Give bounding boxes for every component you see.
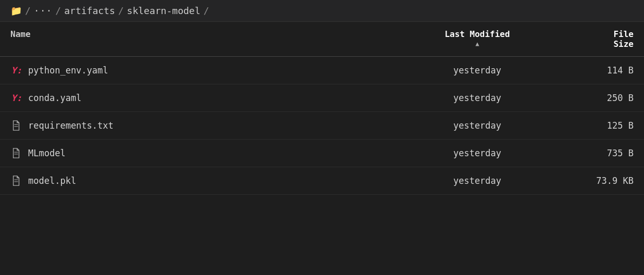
file-size: 125 B: [550, 114, 644, 137]
breadcrumb-artifacts[interactable]: artifacts: [64, 5, 115, 16]
file-name[interactable]: MLmodel: [28, 148, 66, 158]
doc-icon: [10, 148, 22, 158]
file-name-cell: model.pkl: [0, 169, 404, 192]
file-name[interactable]: model.pkl: [28, 176, 76, 186]
file-name[interactable]: conda.yaml: [28, 93, 81, 103]
file-size: 735 B: [550, 142, 644, 165]
sort-arrow-icon: ▲: [475, 40, 479, 47]
yaml-icon: Y:: [10, 65, 22, 76]
file-name[interactable]: requirements.txt: [28, 120, 114, 131]
doc-icon: [10, 120, 22, 131]
table-row[interactable]: MLmodelyesterday735 B: [0, 140, 644, 167]
file-modified: yesterday: [404, 86, 550, 109]
file-name-cell: MLmodel: [0, 142, 404, 165]
file-modified: yesterday: [404, 114, 550, 137]
breadcrumb-sep-3: /: [118, 5, 124, 16]
breadcrumb-sep-1: /: [25, 5, 31, 16]
file-name-cell: Y:python_env.yaml: [0, 59, 404, 82]
file-modified: yesterday: [404, 142, 550, 165]
yaml-icon: Y:: [10, 93, 22, 103]
breadcrumb-ellipsis[interactable]: ···: [34, 5, 53, 16]
file-size: 114 B: [550, 59, 644, 82]
file-list: Y:python_env.yamlyesterday114 BY:conda.y…: [0, 57, 644, 195]
breadcrumb-folder-icon: 📁: [10, 5, 22, 16]
file-name[interactable]: python_env.yaml: [28, 65, 108, 76]
file-name-cell: requirements.txt: [0, 114, 404, 137]
file-name-cell: Y:conda.yaml: [0, 86, 404, 109]
breadcrumb: 📁 / ··· / artifacts / sklearn-model /: [0, 0, 644, 22]
table-header: Name Last Modified ▲ File Size: [0, 22, 644, 57]
column-header-size: File Size: [550, 22, 644, 56]
table-row[interactable]: model.pklyesterday73.9 KB: [0, 167, 644, 195]
breadcrumb-sklearn-model[interactable]: sklearn-model: [127, 5, 201, 16]
file-modified: yesterday: [404, 169, 550, 192]
table-row[interactable]: Y:conda.yamlyesterday250 B: [0, 84, 644, 112]
file-size: 250 B: [550, 86, 644, 109]
file-modified: yesterday: [404, 59, 550, 82]
table-row[interactable]: requirements.txtyesterday125 B: [0, 112, 644, 140]
breadcrumb-sep-4: /: [203, 5, 209, 16]
breadcrumb-sep-2: /: [55, 5, 61, 16]
column-header-modified[interactable]: Last Modified ▲: [404, 22, 550, 56]
table-row[interactable]: Y:python_env.yamlyesterday114 B: [0, 57, 644, 84]
file-size: 73.9 KB: [550, 169, 644, 192]
doc-icon: [10, 176, 22, 186]
column-header-name: Name: [0, 22, 404, 56]
